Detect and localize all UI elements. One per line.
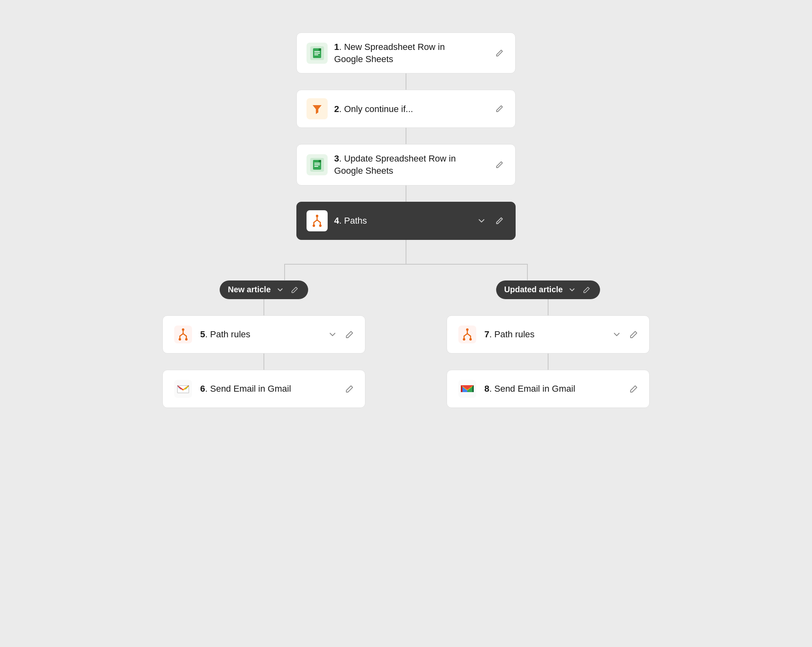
step-5-card[interactable]: 5. Path rules xyxy=(162,315,365,354)
step-2-actions xyxy=(493,103,505,115)
svg-marker-6 xyxy=(313,105,322,114)
step-1-actions xyxy=(493,47,505,59)
branch-connector xyxy=(223,240,589,264)
connector-2-3 xyxy=(406,128,406,144)
step-8-edit-button[interactable] xyxy=(628,383,639,395)
step-4-label: 4. Paths xyxy=(334,215,469,227)
step-1-edit-button[interactable] xyxy=(493,47,505,59)
connector-badge-5 xyxy=(263,299,264,315)
new-article-edit-button[interactable] xyxy=(289,285,300,295)
svg-point-20 xyxy=(185,338,188,341)
step-7-number: 7 xyxy=(484,329,489,339)
pathrules-icon-5 xyxy=(173,324,194,345)
branch-right: Updated article xyxy=(447,280,650,408)
step-4-chevron-button[interactable] xyxy=(475,215,488,227)
svg-point-16 xyxy=(319,224,322,227)
svg-point-19 xyxy=(179,338,181,341)
branches-row: New article xyxy=(0,280,812,408)
left-vertical-down xyxy=(284,264,285,280)
step-5-label: 5. Path rules xyxy=(200,328,320,341)
paths-icon-4 xyxy=(307,210,328,231)
step-2-edit-button[interactable] xyxy=(493,103,505,115)
svg-rect-9 xyxy=(314,163,320,164)
step-2-number: 2 xyxy=(334,104,339,114)
svg-rect-10 xyxy=(314,164,320,165)
filter-icon-2 xyxy=(307,98,328,119)
connector-5-6 xyxy=(263,354,264,370)
step-8-actions xyxy=(628,383,639,395)
step-8-card[interactable]: 8. Send Email in Gmail xyxy=(447,370,650,408)
step-7-chevron-button[interactable] xyxy=(611,329,622,340)
new-article-label: New article xyxy=(228,285,271,294)
updated-article-edit-button[interactable] xyxy=(581,285,592,295)
pathrules-icon-7 xyxy=(457,324,478,345)
updated-article-label: Updated article xyxy=(504,285,563,294)
step-5-chevron-button[interactable] xyxy=(327,329,338,340)
step-5-number: 5 xyxy=(200,329,205,339)
step-4-actions xyxy=(475,215,505,227)
vertical-connector-top xyxy=(406,240,406,264)
step-6-number: 6 xyxy=(200,384,205,394)
branch-left: New article xyxy=(162,280,365,408)
svg-rect-4 xyxy=(314,54,318,55)
step-7-card[interactable]: 7. Path rules xyxy=(447,315,650,354)
connector-3-4 xyxy=(406,185,406,202)
svg-rect-12 xyxy=(319,160,321,162)
step-6-edit-button[interactable] xyxy=(344,383,355,395)
connector-1-2 xyxy=(406,73,406,90)
step-6-card[interactable]: 6. Send Email in Gmail xyxy=(162,370,365,408)
svg-rect-3 xyxy=(314,53,320,54)
gmail-icon-6 xyxy=(173,378,194,399)
sheets-icon-3 xyxy=(307,154,328,175)
svg-rect-17 xyxy=(174,326,192,343)
step-8-label: 8. Send Email in Gmail xyxy=(484,383,622,395)
svg-point-26 xyxy=(469,338,472,341)
step-2-card[interactable]: 2. Only continue if... xyxy=(296,90,516,128)
svg-point-15 xyxy=(313,224,315,227)
svg-point-14 xyxy=(316,215,318,217)
new-article-badge[interactable]: New article xyxy=(220,280,308,299)
svg-rect-5 xyxy=(319,48,321,51)
connector-7-8 xyxy=(548,354,549,370)
step-3-label: 3. Update Spreadsheet Row inGoogle Sheet… xyxy=(334,153,487,177)
step-7-label: 7. Path rules xyxy=(484,328,605,341)
workflow-canvas: 1. New Spreadsheet Row inGoogle Sheets 2… xyxy=(0,32,812,408)
svg-rect-13 xyxy=(308,212,326,230)
updated-article-badge[interactable]: Updated article xyxy=(496,280,600,299)
step-4-card[interactable]: 4. Paths xyxy=(296,202,516,240)
step-7-actions xyxy=(611,329,639,340)
step-3-edit-button[interactable] xyxy=(493,159,505,171)
connector-badge-7 xyxy=(548,299,549,315)
step-5-actions xyxy=(327,329,355,340)
horizontal-connector xyxy=(284,264,528,265)
step-6-actions xyxy=(344,383,355,395)
svg-point-24 xyxy=(466,328,469,331)
step-4-edit-button[interactable] xyxy=(493,215,505,227)
new-article-chevron-button[interactable] xyxy=(275,285,285,295)
step-3-actions xyxy=(493,159,505,171)
step-1-card[interactable]: 1. New Spreadsheet Row inGoogle Sheets xyxy=(296,32,516,73)
svg-point-18 xyxy=(182,328,184,331)
svg-rect-23 xyxy=(458,326,476,343)
step-5-edit-button[interactable] xyxy=(344,329,355,340)
step-6-label: 6. Send Email in Gmail xyxy=(200,383,337,395)
gmail-icon-8 xyxy=(457,378,478,399)
updated-article-chevron-button[interactable] xyxy=(567,285,577,295)
step-1-label: 1. New Spreadsheet Row inGoogle Sheets xyxy=(334,41,487,65)
sheets-icon-1 xyxy=(307,43,328,64)
step-1-number: 1 xyxy=(334,42,339,52)
step-7-edit-button[interactable] xyxy=(628,329,639,340)
svg-point-25 xyxy=(463,338,465,341)
svg-rect-11 xyxy=(314,166,318,167)
step-4-number: 4 xyxy=(334,216,339,226)
step-3-card[interactable]: 3. Update Spreadsheet Row inGoogle Sheet… xyxy=(296,144,516,185)
step-3-number: 3 xyxy=(334,153,339,164)
right-vertical-down xyxy=(527,264,528,280)
svg-rect-2 xyxy=(314,51,320,52)
step-2-label: 2. Only continue if... xyxy=(334,103,487,115)
step-8-number: 8 xyxy=(484,384,489,394)
